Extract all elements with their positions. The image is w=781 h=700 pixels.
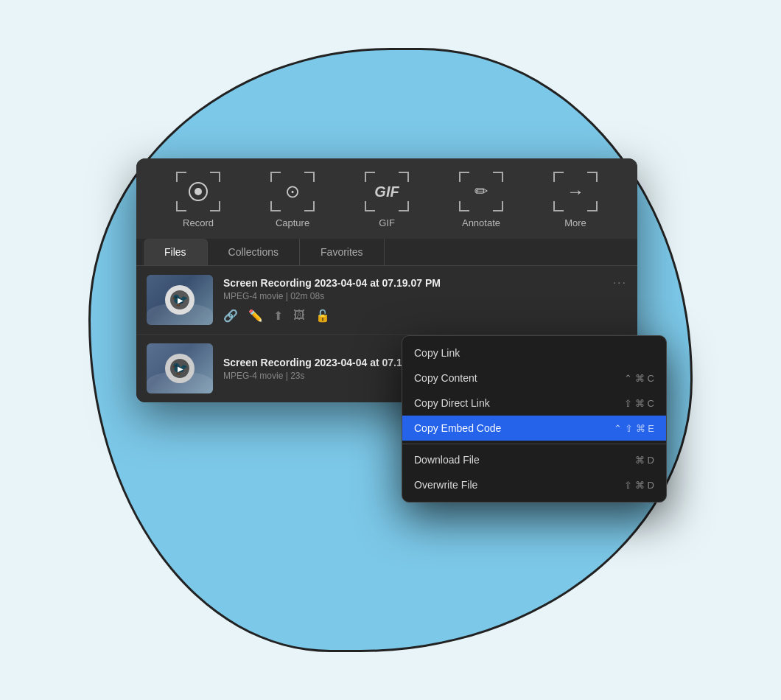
menu-label-copy-direct-link: Copy Direct Link: [414, 397, 490, 409]
toolbar-item-gif[interactable]: GIF GIF: [354, 172, 420, 228]
file-actions-1: 🔗 ✏️ ⬆ 🖼 🔓: [223, 309, 627, 323]
menu-shortcut-copy-embed-code: ⌃ ⇧ ⌘ E: [614, 423, 654, 434]
menu-shortcut-overwrite-file: ⇧ ⌘ D: [624, 480, 654, 491]
capture-icon-wrap: ⊙: [270, 172, 315, 211]
menu-shortcut-copy-content: ⌃ ⌘ C: [624, 373, 654, 384]
more-icon-wrap: →: [553, 172, 598, 211]
gif-icon: GIF: [374, 183, 399, 200]
lock-icon[interactable]: 🔓: [315, 309, 330, 323]
menu-label-copy-link: Copy Link: [414, 347, 460, 359]
tab-files[interactable]: Files: [144, 239, 208, 265]
play-button-2[interactable]: ▶: [170, 359, 189, 378]
gif-icon-wrap: GIF: [365, 172, 409, 211]
menu-item-copy-direct-link[interactable]: Copy Direct Link ⇧ ⌘ C: [402, 391, 666, 416]
annotate-icon-wrap: ✏: [459, 172, 503, 211]
tabs-bar: Files Collections Favorites: [136, 239, 637, 266]
more-label: More: [564, 217, 586, 228]
annotate-pencil-icon: ✏: [474, 182, 488, 201]
toolbar-item-annotate[interactable]: ✏ Annotate: [448, 172, 514, 228]
annotate-label: Annotate: [462, 217, 500, 228]
share-icon[interactable]: ⬆: [273, 309, 283, 323]
scene-wrapper: Record ⊙ Capture GIF GIF: [114, 129, 667, 571]
context-menu: Copy Link Copy Content ⌃ ⌘ C Copy Direct…: [402, 335, 667, 503]
menu-label-overwrite-file: Overwrite File: [414, 479, 477, 491]
menu-label-download-file: Download File: [414, 454, 480, 466]
file-thumbnail-2: 🐦 ▶: [147, 343, 213, 393]
menu-item-copy-link[interactable]: Copy Link: [402, 340, 666, 365]
record-icon-wrap: [176, 172, 220, 211]
menu-label-copy-embed-code: Copy Embed Code: [414, 422, 501, 434]
file-name-1: Screen Recording 2023-04-04 at 07.19.07 …: [223, 277, 488, 289]
menu-item-copy-content[interactable]: Copy Content ⌃ ⌘ C: [402, 365, 666, 391]
gif-label: GIF: [379, 217, 395, 228]
more-dots-1[interactable]: ···: [613, 276, 627, 290]
edit-icon[interactable]: ✏️: [248, 309, 263, 323]
toolbar-item-more[interactable]: → More: [542, 172, 609, 228]
image-icon[interactable]: 🖼: [293, 309, 305, 323]
capture-label: Capture: [276, 217, 309, 228]
menu-label-copy-content: Copy Content: [414, 372, 477, 384]
menu-divider: [402, 444, 666, 444]
toolbar: Record ⊙ Capture GIF GIF: [136, 158, 637, 239]
menu-shortcut-copy-direct-link: ⇧ ⌘ C: [624, 398, 654, 409]
menu-item-copy-embed-code[interactable]: Copy Embed Code ⌃ ⇧ ⌘ E: [402, 416, 666, 441]
tab-collections[interactable]: Collections: [208, 239, 300, 265]
link-icon[interactable]: 🔗: [223, 309, 238, 323]
tab-favorites[interactable]: Favorites: [300, 239, 385, 265]
camera-icon: ⊙: [285, 181, 300, 202]
play-button-1[interactable]: ▶: [170, 290, 189, 309]
menu-item-download-file[interactable]: Download File ⌘ D: [402, 447, 666, 472]
toolbar-item-capture[interactable]: ⊙ Capture: [259, 172, 326, 228]
file-meta-1: MPEG-4 movie | 02m 08s: [223, 291, 627, 301]
file-item-1[interactable]: 🐦 ▶ Screen Recording 2023-04-04 at 07.19…: [136, 266, 637, 335]
more-arrow-icon: →: [567, 181, 584, 202]
record-label: Record: [183, 217, 214, 228]
file-thumbnail-1: 🐦 ▶: [147, 275, 213, 325]
toolbar-item-record[interactable]: Record: [165, 172, 231, 228]
file-info-1: Screen Recording 2023-04-04 at 07.19.07 …: [223, 277, 627, 323]
menu-shortcut-download-file: ⌘ D: [635, 455, 654, 466]
menu-item-overwrite-file[interactable]: Overwrite File ⇧ ⌘ D: [402, 472, 666, 497]
